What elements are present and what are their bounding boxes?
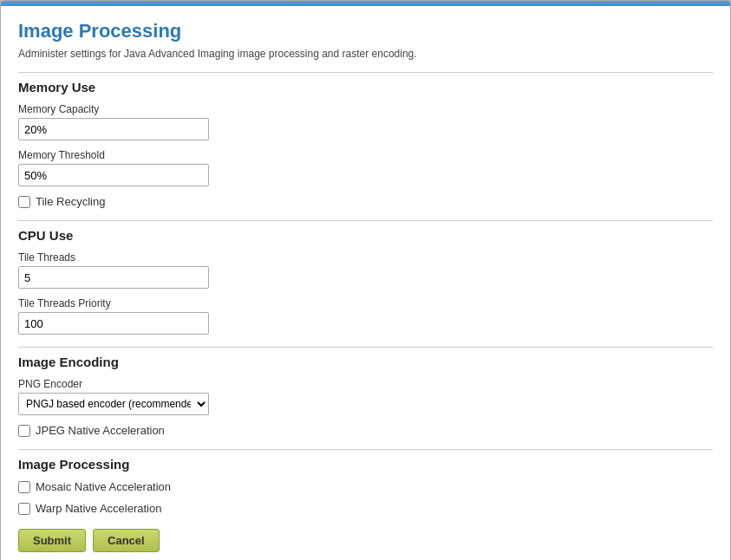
tile-threads-input[interactable]: [18, 266, 209, 289]
tile-threads-priority-group: Tile Threads Priority: [18, 297, 713, 335]
main-window: Image Processing Administer settings for…: [0, 0, 731, 560]
tile-recycling-row: Tile Recycling: [18, 195, 713, 208]
memory-capacity-input[interactable]: [18, 118, 209, 140]
warp-native-label: Warp Native Acceleration: [36, 502, 161, 515]
png-encoder-select[interactable]: PNGJ based encoder (recommended) Default…: [18, 393, 209, 415]
memory-use-section: Memory Use Memory Capacity Memory Thresh…: [18, 72, 713, 208]
tile-threads-priority-input[interactable]: [18, 312, 209, 335]
button-row: Submit Cancel: [18, 529, 713, 552]
processing-divider: [18, 449, 713, 450]
image-encoding-section: Image Encoding PNG Encoder PNGJ based en…: [18, 347, 713, 437]
page-description: Administer settings for Java Advanced Im…: [18, 48, 713, 60]
tile-recycling-label: Tile Recycling: [36, 195, 105, 208]
cpu-use-heading: CPU Use: [18, 228, 713, 243]
warp-native-row: Warp Native Acceleration: [18, 502, 713, 515]
memory-divider: [18, 72, 713, 73]
memory-capacity-label: Memory Capacity: [18, 103, 713, 115]
submit-button[interactable]: Submit: [18, 529, 86, 552]
tile-threads-group: Tile Threads: [18, 251, 713, 289]
cpu-divider: [18, 220, 713, 221]
memory-threshold-input[interactable]: [18, 164, 209, 186]
png-encoder-group: PNG Encoder PNGJ based encoder (recommen…: [18, 378, 713, 415]
memory-use-heading: Memory Use: [18, 80, 713, 94]
jpeg-native-label: JPEG Native Acceleration: [36, 424, 165, 437]
memory-capacity-group: Memory Capacity: [18, 103, 713, 140]
tile-threads-priority-label: Tile Threads Priority: [18, 297, 713, 309]
jpeg-native-row: JPEG Native Acceleration: [18, 424, 713, 437]
mosaic-native-label: Mosaic Native Acceleration: [36, 480, 171, 493]
image-processing-heading: Image Processing: [18, 457, 713, 472]
image-processing-section: Image Processing Mosaic Native Accelerat…: [18, 449, 713, 515]
memory-threshold-label: Memory Threshold: [18, 149, 713, 161]
mosaic-native-checkbox[interactable]: [18, 481, 30, 493]
tile-recycling-checkbox[interactable]: [18, 196, 30, 208]
content-area: Image Processing Administer settings for…: [1, 6, 730, 560]
warp-native-checkbox[interactable]: [18, 503, 30, 515]
jpeg-native-checkbox[interactable]: [18, 425, 30, 437]
cancel-button[interactable]: Cancel: [93, 529, 160, 552]
png-encoder-label: PNG Encoder: [18, 378, 713, 390]
mosaic-native-row: Mosaic Native Acceleration: [18, 480, 713, 493]
encoding-divider: [18, 347, 713, 348]
image-encoding-heading: Image Encoding: [18, 355, 713, 369]
cpu-use-section: CPU Use Tile Threads Tile Threads Priori…: [18, 220, 713, 335]
memory-threshold-group: Memory Threshold: [18, 149, 713, 186]
tile-threads-label: Tile Threads: [18, 251, 713, 264]
page-title: Image Processing: [18, 20, 713, 42]
